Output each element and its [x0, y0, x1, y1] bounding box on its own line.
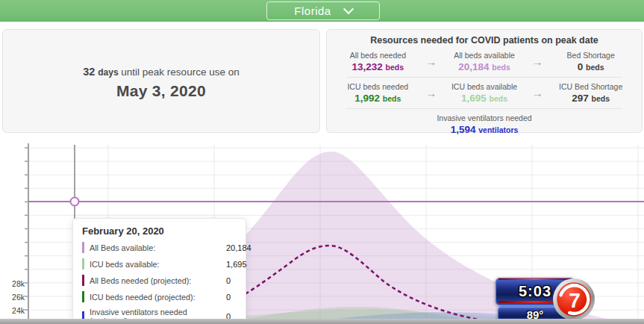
- peak-date-text: May 3, 2020: [116, 82, 206, 100]
- stat-icu-beds-available: ICU beds available 1,695 beds: [444, 82, 525, 104]
- resources-panel: Resources needed for COVID patients on p…: [326, 29, 643, 133]
- stat-all-beds-needed: All beds needed 13,232 beds: [337, 51, 419, 72]
- icu-beds-available-swatch: [82, 258, 84, 270]
- all-beds-available-swatch: [82, 242, 84, 253]
- icu-beds-needed-swatch: [82, 291, 84, 302]
- peak-days-number: 32: [83, 66, 95, 78]
- arrow-right-icon: →: [419, 87, 444, 99]
- tooltip-row: All Beds needed (projected): 0: [82, 275, 237, 286]
- peak-days-text: 32 days until peak resource use on: [83, 66, 239, 78]
- icu-stats-row: ICU beds needed 1,992 beds → ICU beds av…: [337, 82, 631, 104]
- region-dropdown-label: Florida: [294, 4, 331, 17]
- peak-days-rest: until peak resource use on: [121, 66, 239, 78]
- arrow-right-icon: →: [525, 55, 550, 68]
- stat-all-beds-available: All beds available 20,184 beds: [444, 51, 525, 72]
- stat-icu-beds-needed: ICU beds needed 1,992 beds: [337, 82, 419, 104]
- channel-number: 7: [569, 289, 581, 312]
- peak-days-word: days: [98, 67, 118, 78]
- resources-panel-title: Resources needed for COVID patients on p…: [337, 35, 631, 46]
- dashboard-screen: Florida 32 days until peak resource use …: [0, 0, 644, 324]
- arrow-right-icon: →: [525, 87, 550, 99]
- chart-tooltip: February 20, 2020 All Beds available: 20…: [72, 218, 246, 324]
- top-bar: Florida: [0, 0, 644, 22]
- beds-stats-row: All beds needed 13,232 beds → All beds a…: [337, 51, 631, 72]
- tv-bug: 5:03 89° 7: [494, 274, 600, 323]
- chevron-down-icon: [343, 4, 354, 14]
- channel-7-logo: 7: [552, 278, 595, 321]
- region-dropdown[interactable]: Florida: [266, 1, 380, 20]
- tooltip-row: ICU beds needed (projected): 0: [82, 291, 237, 302]
- tooltip-date: February 20, 2020: [82, 225, 237, 237]
- tooltip-row: ICU beds available: 1,695: [82, 258, 237, 270]
- peak-date-panel: 32 days until peak resource use on May 3…: [2, 29, 320, 133]
- divider: [346, 77, 622, 78]
- hover-marker: [71, 198, 79, 206]
- tooltip-row: All Beds available: 20,184: [82, 242, 237, 253]
- bottom-edge-strip: [0, 319, 644, 324]
- stat-bed-shortage: Bed Shortage 0 beds: [550, 51, 631, 72]
- divider: [346, 108, 622, 109]
- arrow-right-icon: →: [419, 55, 444, 68]
- stat-icu-bed-shortage: ICU Bed Shortage 297 beds: [550, 82, 631, 104]
- time-text: 5:03: [519, 283, 551, 300]
- all-beds-needed-swatch: [82, 275, 84, 286]
- stat-ventilators-needed: Invasive ventilators needed 1,594 ventil…: [337, 113, 631, 135]
- channel-7-logo-icon: 7: [552, 278, 595, 321]
